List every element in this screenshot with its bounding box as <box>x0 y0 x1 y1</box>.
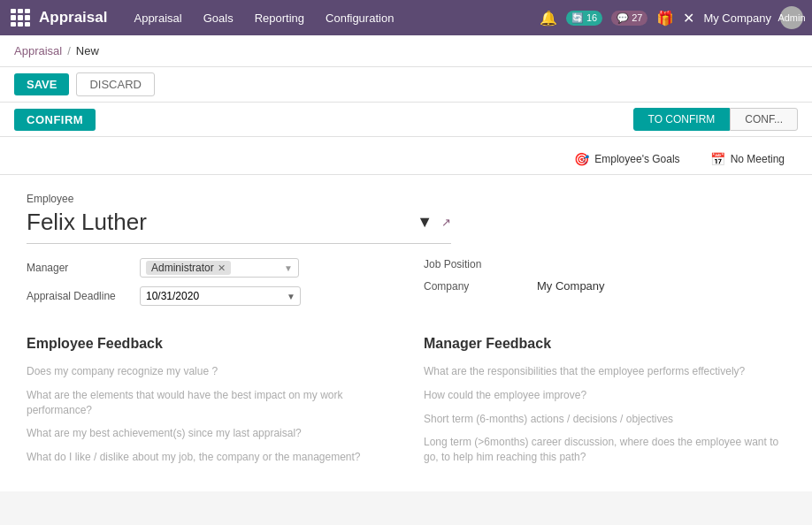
app-title: Appraisal <box>39 9 107 27</box>
step-to-confirm[interactable]: TO CONFIRM <box>633 108 731 131</box>
manager-input[interactable]: Administrator ✕ ▼ <box>140 258 299 278</box>
manager-label: Manager <box>27 262 133 274</box>
breadcrumb-parent[interactable]: Appraisal <box>14 44 62 57</box>
manager-question-3[interactable]: Short term (6-months) actions / decision… <box>424 412 785 427</box>
employee-dropdown-arrow[interactable]: ▼ <box>417 213 433 232</box>
chat-icon: 💬 <box>617 12 629 24</box>
manager-question-1[interactable]: What are the responsibilities that the e… <box>424 364 785 379</box>
refresh-count: 16 <box>586 12 597 23</box>
chat-count: 27 <box>632 12 642 23</box>
employee-name-row: Felix Luther ▼ ↗ <box>27 209 451 244</box>
step-confirmed[interactable]: CONF... <box>730 108 798 131</box>
manager-tag: Administrator ✕ <box>146 261 231 275</box>
content-tabs: 🎯 Employee's Goals 📅 No Meeting <box>0 137 812 175</box>
manager-question-2[interactable]: How could the employee improve? <box>424 388 785 403</box>
bell-icon[interactable]: 🔔 <box>540 10 557 27</box>
tab-no-meeting[interactable]: 📅 No Meeting <box>697 144 798 174</box>
status-steps: TO CONFIRM CONF... <box>633 108 798 131</box>
employee-feedback-title: Employee Feedback <box>27 336 388 352</box>
form-col-left: Manager Administrator ✕ ▼ Appraisal Dead… <box>27 258 388 315</box>
breadcrumb-separator: / <box>67 44 71 57</box>
breadcrumb-current: New <box>76 44 99 57</box>
goals-icon: 🎯 <box>574 152 589 166</box>
confirm-button[interactable]: CONFIRM <box>14 109 96 131</box>
breadcrumb: Appraisal / New <box>0 35 812 67</box>
employee-question-2[interactable]: What are the elements that would have th… <box>27 388 388 418</box>
nav-right-icons: 🔔 🔄 16 💬 27 🎁 ✕ My Company Admin <box>540 6 803 29</box>
manager-dropdown-arrow[interactable]: ▼ <box>284 263 293 273</box>
status-bar: CONFIRM TO CONFIRM CONF... <box>0 103 812 137</box>
company-name[interactable]: My Company <box>703 11 771 25</box>
calendar-icon: 📅 <box>710 152 725 166</box>
employee-question-1[interactable]: Does my company recognize my value ? <box>27 364 388 379</box>
employee-label: Employee <box>27 193 785 205</box>
chat-badge[interactable]: 💬 27 <box>611 11 647 26</box>
employee-question-4[interactable]: What do I like / dislike about my job, t… <box>27 450 388 465</box>
refresh-badge[interactable]: 🔄 16 <box>566 11 602 26</box>
form-area: Employee Felix Luther ▼ ↗ Manager Admini… <box>0 175 812 491</box>
tab-meeting-label: No Meeting <box>731 153 785 165</box>
job-position-label: Job Position <box>424 258 530 270</box>
manager-feedback-title: Manager Feedback <box>424 336 785 352</box>
nav-links: Appraisal Goals Reporting Configuration <box>125 8 539 28</box>
manager-question-4[interactable]: Long term (>6months) career discussion, … <box>424 435 785 465</box>
nav-appraisal[interactable]: Appraisal <box>125 8 190 28</box>
company-row: Company My Company <box>424 279 785 293</box>
external-link-icon[interactable]: ↗ <box>441 216 451 229</box>
save-button[interactable]: SAVE <box>14 73 69 95</box>
nav-reporting[interactable]: Reporting <box>246 8 313 28</box>
feedback-grid: Employee Feedback Does my company recogn… <box>27 336 785 474</box>
employee-question-3[interactable]: What are my best achievement(s) since my… <box>27 426 388 441</box>
close-icon[interactable]: ✕ <box>683 10 694 27</box>
manager-row: Manager Administrator ✕ ▼ <box>27 258 388 278</box>
deadline-input[interactable] <box>140 286 301 306</box>
form-fields-grid: Manager Administrator ✕ ▼ Appraisal Dead… <box>27 258 785 315</box>
tab-employees-goals[interactable]: 🎯 Employee's Goals <box>561 144 693 174</box>
avatar[interactable]: Admin <box>780 6 803 29</box>
manager-tag-remove[interactable]: ✕ <box>218 262 226 274</box>
nav-configuration[interactable]: Configuration <box>317 8 402 28</box>
discard-button[interactable]: DISCARD <box>76 72 155 96</box>
company-label: Company <box>424 280 530 293</box>
avatar-label: Admin <box>778 12 805 23</box>
nav-goals[interactable]: Goals <box>195 8 242 28</box>
deadline-row: Appraisal Deadline ▼ <box>27 286 388 306</box>
top-navigation: Appraisal Appraisal Goals Reporting Conf… <box>0 0 812 35</box>
refresh-icon: 🔄 <box>571 12 584 24</box>
company-value: My Company <box>537 279 605 293</box>
form-col-right: Job Position Company My Company <box>424 258 785 315</box>
manager-tag-value: Administrator <box>151 262 214 274</box>
job-position-row: Job Position <box>424 258 785 270</box>
deadline-select-wrapper: ▼ <box>140 286 301 306</box>
action-bar: SAVE DISCARD <box>0 67 812 103</box>
employee-name[interactable]: Felix Luther <box>27 209 408 236</box>
gift-icon[interactable]: 🎁 <box>656 10 674 27</box>
employee-feedback-col: Employee Feedback Does my company recogn… <box>27 336 388 474</box>
main-content: 🎯 Employee's Goals 📅 No Meeting Employee… <box>0 137 812 491</box>
app-grid-icon[interactable] <box>9 7 30 28</box>
tab-goals-label: Employee's Goals <box>594 153 679 165</box>
manager-feedback-col: Manager Feedback What are the responsibi… <box>424 336 785 474</box>
deadline-label: Appraisal Deadline <box>27 290 133 302</box>
